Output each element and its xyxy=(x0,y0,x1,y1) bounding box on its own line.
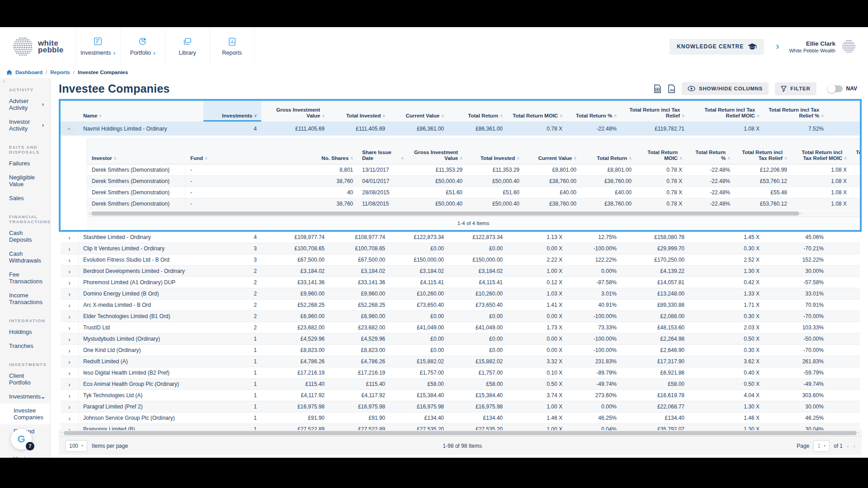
nested-column-header-share-issue-date[interactable]: Share Issue Date˄ xyxy=(358,139,408,164)
user-avatar[interactable] xyxy=(842,39,856,54)
nested-column-header-total-invested[interactable]: Total Invested˄ xyxy=(467,139,524,164)
nested-column-header-fund[interactable]: Fund˄ xyxy=(186,139,290,164)
expand-row-button[interactable]: › xyxy=(61,401,79,412)
nav-tab-portfolio[interactable]: Portfolio› xyxy=(120,27,165,66)
expand-row-button[interactable]: › xyxy=(61,424,79,430)
column-header-current-value[interactable]: Current Value˄ xyxy=(390,101,448,122)
sidebar-scroll-up-icon[interactable]: ˄ xyxy=(3,79,5,84)
sidebar-item-client-portfolio[interactable]: Client Portfolio xyxy=(0,369,50,389)
sidebar-item-venture-capital-trusts[interactable]: Venture Capital Trusts xyxy=(0,452,50,458)
nested-column-header-total-return-incl-tax-relief[interactable]: Total Return incl Tax Relief˄ xyxy=(735,139,792,164)
show-hide-columns-button[interactable]: SHOW/HIDE COLUMNS xyxy=(682,82,769,95)
nav-tab-library[interactable]: Library xyxy=(165,27,210,66)
scroll-left-icon[interactable]: ‹ xyxy=(61,431,62,435)
export-excel-button[interactable] xyxy=(654,84,661,93)
value-cell: 1.13 X xyxy=(507,232,567,243)
previous-page-icon[interactable]: ‹ xyxy=(847,442,849,450)
scroll-left-icon[interactable]: ‹ xyxy=(89,211,90,216)
nested-column-header-investor[interactable]: Investor˄ xyxy=(87,139,186,164)
column-header-gross-investment-value[interactable]: Gross Investment Value˄ xyxy=(261,101,329,122)
column-header-total-return[interactable]: Total Return˄ xyxy=(448,101,507,122)
column-header-total-return-incl-tax-relief[interactable]: Total Return incl Tax Relief %˄ xyxy=(764,101,828,122)
expand-row-button[interactable]: › xyxy=(61,379,79,389)
nested-column-header-total-return-incl-tax-relief-moic[interactable]: Total Return incl Tax Relief MOIC˄ xyxy=(792,139,851,164)
breadcrumb-reports[interactable]: Reports xyxy=(50,70,70,75)
value-cell: £27,535.20 xyxy=(448,424,507,430)
expand-row-button[interactable]: › xyxy=(61,322,79,333)
nested-scrollbar-thumb[interactable] xyxy=(91,211,799,216)
collapse-row-button[interactable]: › xyxy=(61,122,79,136)
expand-row-button[interactable]: › xyxy=(61,254,79,265)
value-cell: £4,117.92 xyxy=(329,390,390,401)
scroll-right-icon[interactable]: › xyxy=(858,431,859,435)
sidebar-item-investor-activity[interactable]: Investor Activity› xyxy=(0,115,50,136)
nested-column-header-total-return[interactable]: Total Return %˄ xyxy=(687,139,735,164)
export-pdf-button[interactable]: PDF xyxy=(668,84,675,93)
sidebar-item-fee-transactions[interactable]: Fee Transactions xyxy=(0,267,50,288)
page-size-select[interactable]: 100 ▾ xyxy=(65,440,87,452)
next-page-icon[interactable]: › xyxy=(853,442,855,450)
scroll-right-icon[interactable]: › xyxy=(801,211,802,216)
nested-column-header-no-shares[interactable]: No. Shares˄ xyxy=(290,139,358,164)
chevron-down-icon: › xyxy=(65,125,74,133)
value-cell: 0.00 X xyxy=(507,333,567,344)
column-header-total-return[interactable]: Total Return %˄ xyxy=(567,101,621,122)
chevron-right-icon: › xyxy=(68,324,71,331)
nested-column-header-current-value[interactable]: Current Value˄ xyxy=(524,139,581,164)
page-number-select[interactable]: 1 ▾ xyxy=(813,440,830,452)
home-icon[interactable] xyxy=(6,70,12,75)
column-header-total-return-moic[interactable]: Total Return MOIC˄ xyxy=(507,101,567,122)
nested-table-row: Derek Smithers (Demonstration)-8,80113/1… xyxy=(87,164,860,176)
sidebar-item-failures[interactable]: Failures xyxy=(0,156,50,170)
value-cell: 1.08 X xyxy=(792,164,851,175)
sidebar-item-negligible-value[interactable]: Negligible Value xyxy=(0,170,50,191)
expand-row-button[interactable]: › xyxy=(61,367,79,378)
table-horizontal-scrollbar[interactable]: ‹ › xyxy=(59,430,862,436)
breadcrumb-dashboard[interactable]: Dashboard xyxy=(15,70,42,75)
sidebar-item-holdings[interactable]: Holdings xyxy=(0,325,50,339)
column-header-total-return-incl-tax-relief-moic[interactable]: Total Return incl Tax Relief MOIC˄ xyxy=(689,101,764,122)
nav-tab-reports[interactable]: Reports xyxy=(210,27,255,66)
nested-column-header-total-return-incl-tax-relief[interactable]: Total Return incl Tax Relief %˄ xyxy=(851,139,860,164)
column-header-investments[interactable]: Investments˅ xyxy=(203,101,261,122)
expand-row-button[interactable]: › xyxy=(61,288,79,299)
expand-row-button[interactable]: › xyxy=(61,413,79,423)
nested-column-header-gross-investment-value[interactable]: Gross Investment Value˄ xyxy=(408,139,467,164)
filter-button[interactable]: FILTER xyxy=(775,82,816,95)
nav-toggle-knob[interactable] xyxy=(827,84,836,93)
sidebar-item-cash-withdrawals[interactable]: Cash Withdrawals xyxy=(0,247,50,267)
brand[interactable]: whitepebble xyxy=(0,27,75,66)
expand-row-button[interactable]: › xyxy=(61,333,79,344)
table-scrollbar-thumb[interactable] xyxy=(64,431,857,435)
expand-row-button[interactable]: › xyxy=(61,300,79,310)
assistant-fab-button[interactable]: G 7 xyxy=(11,429,32,450)
column-header-total-return-incl-tax-relief[interactable]: Total Return incl Tax Relief˄ xyxy=(621,101,689,122)
nested-horizontal-scrollbar[interactable]: ‹ › xyxy=(87,211,860,216)
nested-column-header-total-return-moic[interactable]: Total Return MOIC˄ xyxy=(636,139,687,164)
sidebar-item-adviser-activity[interactable]: Adviser Activity› xyxy=(0,94,50,115)
nav-toggle-track[interactable] xyxy=(827,85,843,92)
expand-row-button[interactable]: › xyxy=(61,311,79,322)
breadcrumb: Dashboard / Reports / Investee Companies xyxy=(0,66,868,78)
expand-row-button[interactable]: › xyxy=(61,266,79,277)
expand-row-button[interactable]: › xyxy=(61,390,79,401)
nav-toggle[interactable]: NAV xyxy=(823,83,862,95)
sidebar-item-investments[interactable]: Investments⌄ xyxy=(0,389,50,404)
nested-column-header-total-return[interactable]: Total Return˄ xyxy=(581,139,636,164)
user-info[interactable]: Ellie Clark White Pebble Wealth xyxy=(789,27,835,66)
nav-tab-investments[interactable]: Investments› xyxy=(75,27,120,66)
expand-row-button[interactable]: › xyxy=(61,345,79,356)
sidebar-item-sales[interactable]: Sales xyxy=(0,191,50,205)
knowledge-centre-button[interactable]: KNOWLEDGE CENTRE xyxy=(670,39,764,55)
sidebar-item-investee-companies[interactable]: Investee Companies xyxy=(0,404,50,424)
expand-row-button[interactable]: › xyxy=(61,356,79,367)
sidebar-item-cash-deposits[interactable]: Cash Deposits xyxy=(0,226,50,247)
expand-row-button[interactable]: › xyxy=(61,243,79,254)
column-header-total-invested[interactable]: Total Invested˄ xyxy=(329,101,390,122)
column-header-name[interactable]: Name˄ xyxy=(79,101,203,122)
expand-row-button[interactable]: › xyxy=(61,277,79,288)
sidebar-item-income-transactions[interactable]: Income Transactions xyxy=(0,288,50,309)
chevron-right-icon[interactable]: › xyxy=(776,41,779,52)
sidebar-item-tranches[interactable]: Tranches xyxy=(0,339,50,353)
expand-row-button[interactable]: › xyxy=(61,232,79,243)
